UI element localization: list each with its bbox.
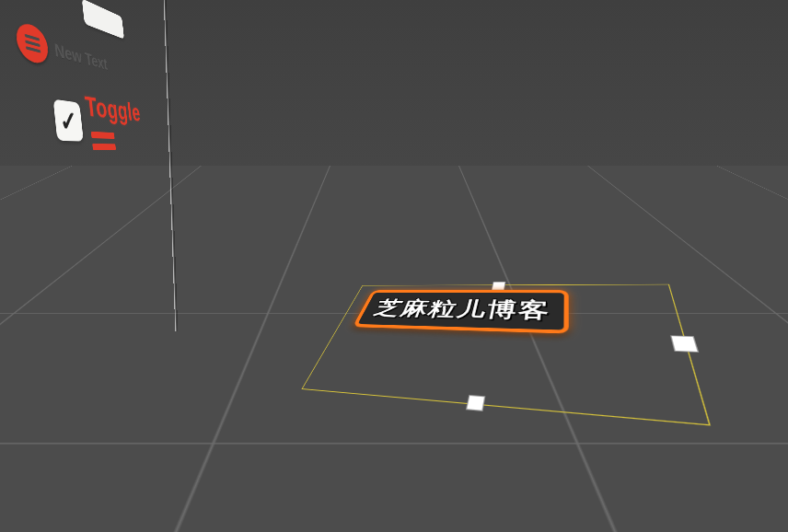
row-new-text: New Text [15, 19, 109, 80]
toggle-label-text: Toggle [84, 90, 142, 126]
logo-line1: 开发者 [643, 462, 784, 488]
chinese-two-icon [91, 132, 116, 151]
menu-icon[interactable] [15, 19, 50, 66]
toggle-checkbox[interactable]: ✓ [53, 99, 84, 142]
text-content: 芝麻粒儿博客 [371, 297, 551, 322]
row-toggle: ✓ Toggle [52, 85, 159, 156]
new-text-label: New Text [53, 39, 109, 74]
resize-handle-top[interactable] [492, 282, 506, 290]
check-icon: ✓ [58, 103, 79, 137]
resize-handle-bottom[interactable] [466, 395, 485, 411]
resize-handle-right[interactable] [670, 335, 699, 353]
hamburger-bars [25, 34, 41, 53]
toggle-label: Toggle [84, 90, 160, 156]
scene-3d-viewport[interactable]: New Text ✓ Toggle 芝麻粒儿博客 @ 开发者 [0, 0, 788, 532]
site-logo: 开发者 DevZe.CoM [643, 462, 784, 514]
text-box[interactable]: 芝麻粒儿博客 [353, 290, 569, 333]
bottom-bar [0, 510, 788, 532]
